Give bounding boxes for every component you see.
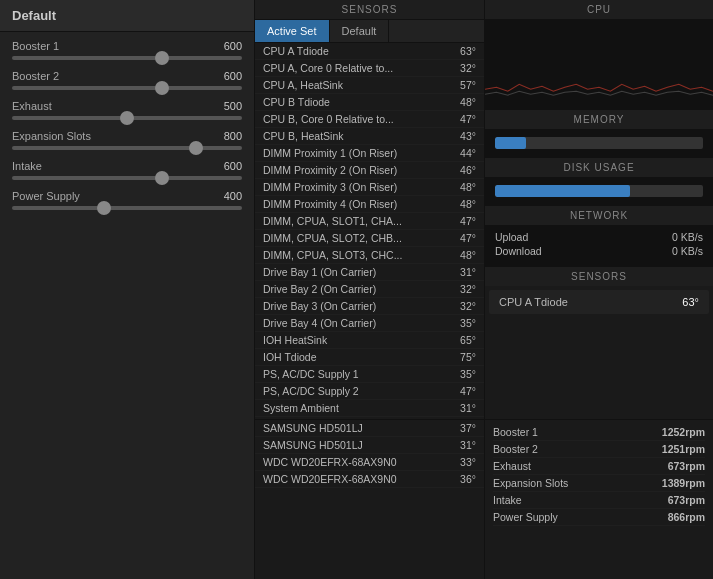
sensor-tab[interactable]: Default [330,20,390,42]
fan-slider-track[interactable] [12,86,242,90]
memory-header: MEMORY [485,110,713,129]
sensor-name: DIMM, CPUA, SLOT2, CHB... [263,232,402,244]
sens-name: CPU A Tdiode [499,296,568,308]
download-row: Download 0 KB/s [495,245,703,257]
sensor-row[interactable]: DIMM Proximity 3 (On Riser) 48° [255,179,484,196]
sensor-name: Drive Bay 3 (On Carrier) [263,300,376,312]
sensor-row[interactable]: PS, AC/DC Supply 2 47° [255,383,484,400]
hdd-value: 33° [460,456,476,468]
disk-section: DISK USAGE [485,158,713,206]
fan-read-name: Power Supply [493,511,558,523]
fan-item: Expansion Slots 800 [12,130,242,150]
sensor-name: DIMM, CPUA, SLOT3, CHC... [263,249,402,261]
sensor-name: Drive Bay 1 (On Carrier) [263,266,376,278]
sensor-row[interactable]: System Ambient 31° [255,400,484,417]
sensor-row[interactable]: IOH Tdiode 75° [255,349,484,366]
fan-slider-track[interactable] [12,176,242,180]
sensor-value: 48° [460,96,476,108]
fan-read-value: 1251rpm [662,443,705,455]
sensor-row[interactable]: CPU B, Core 0 Relative to... 47° [255,111,484,128]
sens-val: 63° [682,296,699,308]
hdd-name: SAMSUNG HD501LJ [263,422,363,434]
sensor-name: PS, AC/DC Supply 1 [263,368,359,380]
fan-slider-thumb[interactable] [189,141,203,155]
sensor-row[interactable]: PS, AC/DC Supply 1 35° [255,366,484,383]
sensor-row[interactable]: CPU B Tdiode 48° [255,94,484,111]
sensor-row[interactable]: CPU A, Core 0 Relative to... 32° [255,60,484,77]
sensor-row[interactable]: DIMM Proximity 2 (On Riser) 46° [255,162,484,179]
sensor-tab[interactable]: Active Set [255,20,330,42]
fan-slider-thumb[interactable] [155,81,169,95]
sensor-row[interactable]: CPU B, HeatSink 43° [255,128,484,145]
fan-item: Booster 1 600 [12,40,242,60]
sensors-bottom-row: CPU A Tdiode 63° [489,290,709,314]
fan-value: 600 [224,160,242,172]
fan-slider-thumb[interactable] [155,171,169,185]
sensor-row[interactable]: CPU A Tdiode 63° [255,43,484,60]
sensor-row[interactable]: Drive Bay 1 (On Carrier) 31° [255,264,484,281]
fan-slider-thumb[interactable] [97,201,111,215]
sensor-value: 48° [460,198,476,210]
fan-readings: Booster 1 1252rpm Booster 2 1251rpm Exha… [485,420,713,579]
sensor-name: Drive Bay 2 (On Carrier) [263,283,376,295]
fan-label: Booster 2 [12,70,59,82]
sensor-row[interactable]: DIMM Proximity 1 (On Riser) 44° [255,145,484,162]
fan-slider-track[interactable] [12,56,242,60]
hdd-value: 36° [460,473,476,485]
sensor-list[interactable]: CPU A Tdiode 63° CPU A, Core 0 Relative … [255,43,484,419]
sensor-value: 32° [460,300,476,312]
fan-value: 800 [224,130,242,142]
network-data: Upload 0 KB/s Download 0 KB/s [485,225,713,265]
svg-rect-0 [485,20,713,109]
sensor-row[interactable]: DIMM, CPUA, SLOT1, CHA... 47° [255,213,484,230]
sensor-name: Drive Bay 4 (On Carrier) [263,317,376,329]
sensor-name: CPU A, Core 0 Relative to... [263,62,393,74]
sensor-row[interactable]: DIMM, CPUA, SLOT3, CHC... 48° [255,247,484,264]
disk-bar-bg [495,185,703,197]
sensor-row[interactable]: DIMM, CPUA, SLOT2, CHB... 47° [255,230,484,247]
fan-label: Exhaust [12,100,52,112]
sensor-value: 47° [460,385,476,397]
sensor-value: 32° [460,62,476,74]
fan-slider-track[interactable] [12,146,242,150]
sensor-value: 43° [460,130,476,142]
sensor-row[interactable]: DIMM Proximity 4 (On Riser) 48° [255,196,484,213]
fan-slider-thumb[interactable] [120,111,134,125]
fan-slider-track[interactable] [12,116,242,120]
sensor-row[interactable]: CPU A, HeatSink 57° [255,77,484,94]
fan-read-name: Intake [493,494,522,506]
sensor-value: 47° [460,215,476,227]
network-section: NETWORK Upload 0 KB/s Download 0 KB/s [485,206,713,266]
hdd-row[interactable]: WDC WD20EFRX-68AX9N0 36° [255,471,484,488]
fan-reading-row: Booster 2 1251rpm [493,441,705,458]
left-panel: Default Booster 1 600 Booster 2 600 Exha… [0,0,255,579]
sensor-name: DIMM Proximity 2 (On Riser) [263,164,397,176]
sensor-name: PS, AC/DC Supply 2 [263,385,359,397]
sensor-row[interactable]: Drive Bay 4 (On Carrier) 35° [255,315,484,332]
sensor-name: CPU B Tdiode [263,96,330,108]
fan-slider-track[interactable] [12,206,242,210]
sensor-value: 48° [460,181,476,193]
sensor-value: 47° [460,113,476,125]
sensor-name: CPU B, HeatSink [263,130,344,142]
hdd-row[interactable]: SAMSUNG HD501LJ 37° [255,420,484,437]
sensor-row[interactable]: Drive Bay 3 (On Carrier) 32° [255,298,484,315]
upload-label: Upload [495,231,528,243]
sensors-header: SENSORS [255,0,484,20]
fan-slider-thumb[interactable] [155,51,169,65]
sensors-bottom: SENSORS CPU A Tdiode 63° [485,266,713,318]
sensor-row[interactable]: IOH HeatSink 65° [255,332,484,349]
fan-value: 600 [224,40,242,52]
memory-bar-fill [495,137,526,149]
fan-item: Exhaust 500 [12,100,242,120]
sensor-value: 57° [460,79,476,91]
sensor-row[interactable]: Drive Bay 2 (On Carrier) 32° [255,281,484,298]
fan-item: Booster 2 600 [12,70,242,90]
fan-read-value: 673rpm [668,460,705,472]
fan-list: Booster 1 600 Booster 2 600 Exhaust 500 … [0,32,254,579]
sensor-value: 35° [460,368,476,380]
cpu-graph [485,20,713,110]
hdd-row[interactable]: SAMSUNG HD501LJ 31° [255,437,484,454]
cpu-graph-svg [485,20,713,109]
hdd-row[interactable]: WDC WD20EFRX-68AX9N0 33° [255,454,484,471]
